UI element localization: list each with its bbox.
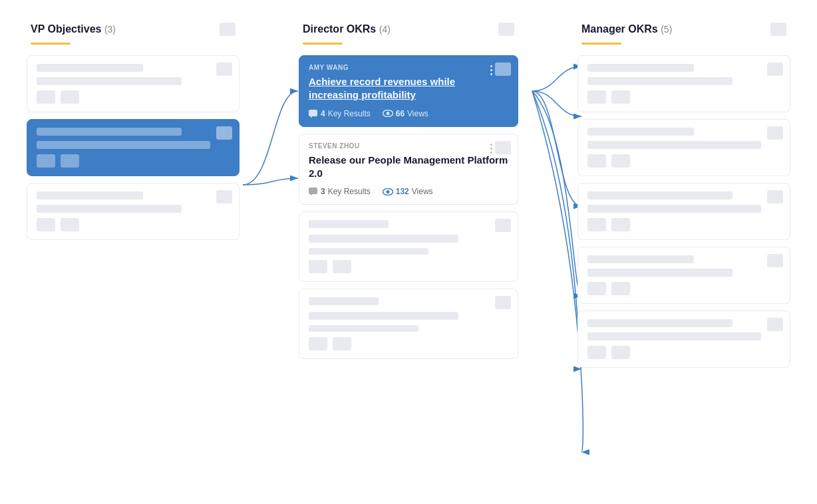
- director-card-featured-stats: 4 Key Results 66 Views: [309, 109, 508, 118]
- director-card-featured-title: Achieve record revenues while increasing…: [309, 75, 508, 102]
- director-card-second-views: 132 Views: [383, 187, 433, 196]
- manager-card-1-tag2: [611, 90, 630, 104]
- manager-card-4-bar2: [587, 269, 733, 277]
- vp-column-underline: [31, 43, 71, 45]
- director-column-underline: [303, 43, 343, 45]
- eye-icon: [383, 110, 393, 117]
- manager-card-5-tag1: [587, 346, 606, 359]
- manager-card-3-footer: [587, 218, 780, 231]
- vp-card-1-bar1: [37, 64, 143, 72]
- vp-card-3[interactable]: [27, 183, 240, 240]
- manager-card-5[interactable]: [577, 311, 790, 368]
- svg-rect-5: [309, 188, 317, 194]
- manager-column: Manager OKRs (5): [571, 13, 797, 372]
- manager-card-5-bar1: [587, 319, 733, 327]
- eye-icon-2: [383, 188, 393, 195]
- director-card-featured-key-results: 4 Key Results: [309, 109, 371, 118]
- director-card-featured[interactable]: AMY WANG Achieve record revenues while i…: [299, 55, 518, 127]
- manager-card-5-bar2: [587, 332, 761, 340]
- vp-card-2-bar2: [37, 141, 210, 149]
- manager-card-2-bar2: [587, 141, 761, 149]
- vp-card-3-btn[interactable]: [216, 190, 232, 203]
- manager-card-3[interactable]: [577, 183, 790, 240]
- director-column: Director OKRs (4) AMY WANG Achieve recor…: [292, 13, 525, 363]
- comment-icon: [309, 110, 318, 118]
- vp-card-2-bar1: [37, 128, 182, 136]
- vp-card-2[interactable]: [27, 119, 240, 176]
- manager-card-2-btn[interactable]: [767, 126, 783, 140]
- manager-card-1-bar2: [587, 77, 733, 85]
- director-card-featured-views: 66 Views: [383, 109, 428, 118]
- vp-card-2-tag1: [37, 154, 55, 168]
- director-card-3-btn[interactable]: [495, 219, 511, 232]
- manager-card-2[interactable]: [577, 119, 790, 176]
- director-card-3-bar3: [309, 248, 428, 255]
- director-card-4-btn[interactable]: [495, 296, 511, 309]
- vp-column: VP Objectives (3): [20, 13, 246, 244]
- manager-card-3-tag2: [611, 218, 630, 231]
- director-card-4-bar3: [309, 325, 418, 332]
- vp-column-action-btn[interactable]: [220, 23, 236, 36]
- vp-card-3-tag2: [61, 218, 79, 231]
- director-card-3-bar1: [309, 220, 389, 228]
- director-column-action-btn[interactable]: [498, 23, 514, 36]
- director-card-second-key-results: 3 Key Results: [309, 187, 371, 196]
- manager-card-1-bar1: [587, 64, 694, 72]
- vp-card-2-btn[interactable]: [216, 126, 232, 140]
- director-card-featured-btn[interactable]: [495, 63, 511, 76]
- director-column-count: (4): [379, 24, 391, 35]
- vp-card-3-bar1: [37, 191, 143, 199]
- manager-card-1-footer: [587, 90, 780, 104]
- manager-card-5-btn[interactable]: [767, 318, 783, 331]
- director-card-second-btn[interactable]: [495, 141, 511, 154]
- svg-point-4: [386, 112, 389, 115]
- vp-card-1-tag1: [37, 90, 55, 104]
- director-card-3-tag1: [309, 260, 327, 273]
- director-card-second-menu[interactable]: [490, 144, 492, 154]
- director-card-second-stats: 3 Key Results 132 Views: [309, 187, 508, 196]
- manager-card-5-footer: [587, 346, 780, 359]
- manager-column-action-btn[interactable]: [770, 23, 786, 36]
- manager-card-2-bar1: [587, 128, 694, 136]
- manager-card-2-tag1: [587, 154, 606, 168]
- manager-card-4[interactable]: [577, 247, 790, 304]
- manager-column-header: Manager OKRs (5): [571, 13, 797, 43]
- manager-card-1[interactable]: [577, 55, 790, 112]
- vp-column-count: (3): [104, 24, 116, 35]
- director-card-3-footer: [309, 260, 508, 273]
- manager-column-underline: [581, 43, 621, 45]
- manager-card-1-btn[interactable]: [767, 63, 783, 76]
- vp-card-1-btn[interactable]: [216, 63, 232, 76]
- vp-card-2-tag2: [61, 154, 79, 168]
- director-card-second[interactable]: STEVEN ZHOU Release our People Managemen…: [299, 134, 518, 205]
- director-card-4[interactable]: [299, 289, 518, 359]
- vp-card-3-footer: [37, 218, 230, 231]
- vp-cards-list: [20, 51, 246, 244]
- director-card-second-title: Release our People Management Platform 2…: [309, 154, 508, 181]
- director-card-3-tag2: [333, 260, 351, 273]
- manager-card-2-tag2: [611, 154, 630, 168]
- manager-card-4-btn[interactable]: [767, 254, 783, 267]
- vp-card-3-tag1: [37, 218, 55, 231]
- vp-column-header: VP Objectives (3): [20, 13, 246, 43]
- director-column-header: Director OKRs (4): [292, 13, 525, 43]
- manager-cards-list: [571, 51, 797, 372]
- svg-point-8: [386, 190, 389, 193]
- director-card-4-tag1: [309, 337, 327, 350]
- director-card-4-tag2: [333, 337, 351, 350]
- vp-card-1[interactable]: [27, 55, 240, 112]
- manager-card-3-btn[interactable]: [767, 190, 783, 203]
- manager-column-title: Manager OKRs (5): [581, 23, 672, 35]
- director-card-3[interactable]: [299, 211, 518, 282]
- svg-rect-1: [309, 110, 317, 116]
- manager-card-2-footer: [587, 154, 780, 168]
- vp-column-title: VP Objectives (3): [31, 23, 116, 35]
- manager-card-3-tag1: [587, 218, 606, 231]
- svg-marker-2: [310, 116, 312, 118]
- manager-card-4-tag1: [587, 282, 606, 295]
- svg-marker-6: [310, 194, 312, 195]
- vp-card-2-footer: [37, 154, 230, 168]
- director-card-featured-menu[interactable]: [490, 65, 492, 75]
- manager-card-3-bar2: [587, 205, 761, 213]
- vp-card-1-footer: [37, 90, 230, 104]
